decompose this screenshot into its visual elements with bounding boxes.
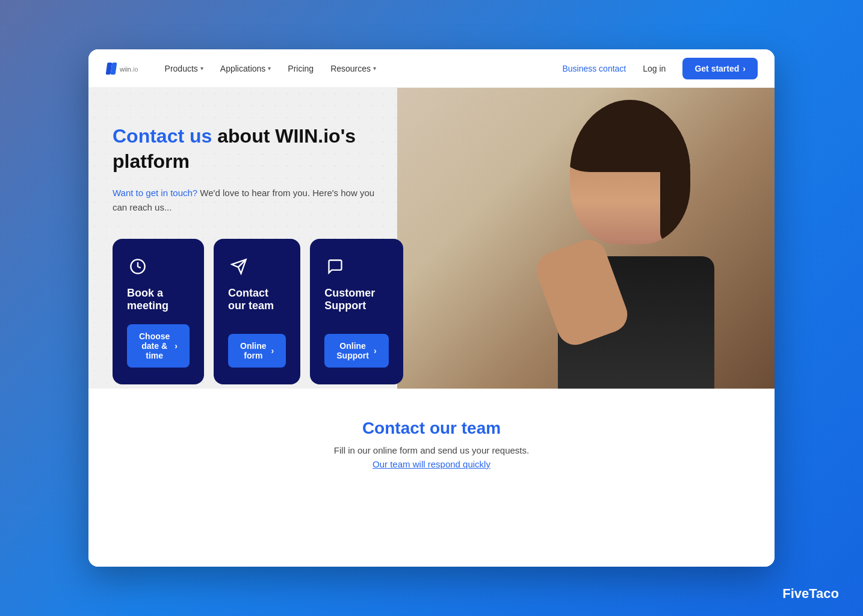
nav-products[interactable]: Products ▾ xyxy=(158,59,211,78)
chevron-down-icon: ▾ xyxy=(200,65,203,72)
online-support-button[interactable]: Online Support › xyxy=(324,334,388,368)
nav-links: Products ▾ Applications ▾ Pricing Resour… xyxy=(158,59,563,78)
watermark-text: FiveTaco xyxy=(782,586,839,601)
contact-section-subtitle: Fill in our online form and send us your… xyxy=(113,445,750,455)
navbar: wiin.io Products ▾ Applications ▾ Pricin… xyxy=(88,49,775,88)
send-icon xyxy=(228,256,250,277)
clock-icon xyxy=(127,256,149,277)
customer-support-title: Customer Support xyxy=(324,287,388,312)
nav-applications[interactable]: Applications ▾ xyxy=(213,59,279,78)
logo-icon xyxy=(105,63,116,75)
hero-content: Contact us about WIIN.io's platform Want… xyxy=(88,88,401,389)
nav-right: Business contact Log in Get started › xyxy=(562,58,758,79)
hero-subtitle: Want to get in touch? We'd love to hear … xyxy=(113,186,377,215)
logo-text: wiin.io xyxy=(120,63,138,74)
contact-section: Contact our team Fill in our online form… xyxy=(88,389,775,567)
contact-section-link[interactable]: Our team will respond quickly xyxy=(373,459,490,469)
book-meeting-card: Book a meeting Choose date & time › xyxy=(113,239,204,384)
book-meeting-title: Book a meeting xyxy=(127,287,190,312)
chevron-down-icon: ▾ xyxy=(373,65,376,72)
customer-support-card: Customer Support Online Support › xyxy=(310,239,403,384)
person-silhouette xyxy=(498,88,738,389)
login-button[interactable]: Log in xyxy=(636,59,673,78)
choose-date-button[interactable]: Choose date & time › xyxy=(127,324,190,368)
get-started-button[interactable]: Get started › xyxy=(682,58,758,79)
nav-pricing[interactable]: Pricing xyxy=(280,59,321,78)
person-head xyxy=(570,100,690,244)
contact-team-card: Contact our team Online form › xyxy=(214,239,300,384)
logo[interactable]: wiin.io xyxy=(105,63,138,75)
hero-photo-area xyxy=(397,88,775,389)
contact-section-title: Contact our team xyxy=(113,419,750,438)
cards-row: Book a meeting Choose date & time › xyxy=(113,239,377,384)
hero-section: Contact us about WIIN.io's platform Want… xyxy=(88,88,775,389)
watermark: FiveTaco xyxy=(782,586,839,602)
online-form-button[interactable]: Online form › xyxy=(228,334,286,368)
hero-title: Contact us about WIIN.io's platform xyxy=(113,124,377,174)
hair-side xyxy=(660,124,690,244)
browser-window: wiin.io Products ▾ Applications ▾ Pricin… xyxy=(88,49,775,567)
nav-resources[interactable]: Resources ▾ xyxy=(323,59,383,78)
business-contact-link[interactable]: Business contact xyxy=(562,64,626,73)
chat-icon xyxy=(324,256,346,277)
chevron-down-icon: ▾ xyxy=(268,65,271,72)
contact-team-title: Contact our team xyxy=(228,287,286,312)
